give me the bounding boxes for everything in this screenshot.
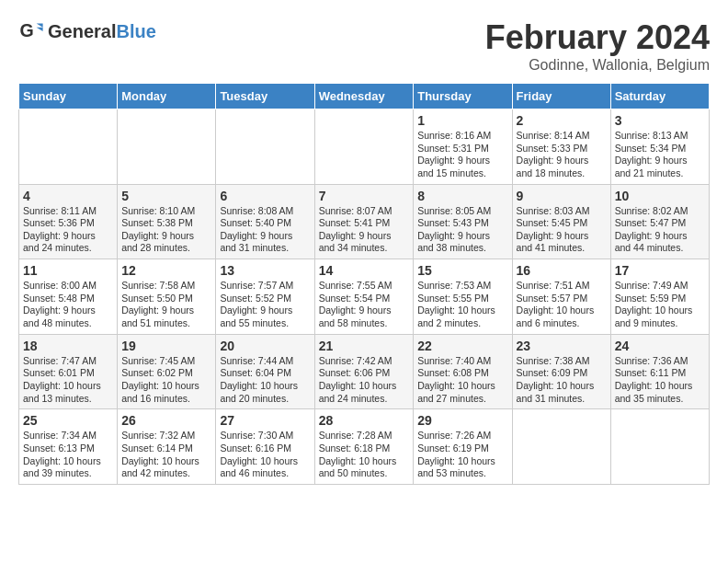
day-number: 19 (121, 339, 211, 353)
day-info: Sunrise: 8:13 AM (615, 130, 705, 143)
day-number: 10 (615, 189, 705, 203)
day-info: Daylight: 10 hours and 24 minutes. (319, 380, 410, 405)
day-info: Sunrise: 7:47 AM (23, 355, 113, 368)
day-info: Sunrise: 8:10 AM (121, 205, 211, 218)
day-info: Daylight: 10 hours and 20 minutes. (220, 380, 310, 405)
day-info: Daylight: 9 hours and 18 minutes. (517, 155, 607, 179)
day-info: Daylight: 9 hours and 34 minutes. (319, 230, 410, 255)
calendar-cell: 6Sunrise: 8:08 AMSunset: 5:40 PMDaylight… (216, 184, 314, 259)
calendar-cell (216, 109, 314, 185)
day-info: Sunset: 5:47 PM (615, 217, 705, 230)
day-info: Sunrise: 8:05 AM (417, 205, 507, 218)
calendar-cell: 26Sunrise: 7:32 AMSunset: 6:14 PMDayligh… (118, 409, 216, 485)
logo-blue: Blue (116, 21, 155, 41)
day-info: Sunset: 5:34 PM (615, 143, 705, 155)
calendar-header-row: SundayMondayTuesdayWednesdayThursdayFrid… (19, 84, 710, 109)
day-info: Daylight: 10 hours and 42 minutes. (121, 455, 211, 480)
calendar-cell: 28Sunrise: 7:28 AMSunset: 6:18 PMDayligh… (314, 409, 414, 485)
day-info: Daylight: 9 hours and 21 minutes. (615, 155, 705, 179)
title-area: February 2024 Godinne, Wallonia, Belgium (485, 18, 710, 74)
calendar-cell: 18Sunrise: 7:47 AMSunset: 6:01 PMDayligh… (19, 334, 118, 409)
day-info: Sunset: 5:55 PM (417, 293, 507, 305)
day-info: Sunset: 6:11 PM (615, 367, 705, 380)
day-info: Sunrise: 7:57 AM (220, 280, 310, 293)
header: G GeneralBlue February 2024 Godinne, Wal… (18, 18, 710, 74)
day-info: Sunset: 5:38 PM (121, 217, 211, 230)
calendar-table: SundayMondayTuesdayWednesdayThursdayFrid… (18, 83, 710, 485)
day-info: Sunrise: 7:26 AM (417, 430, 507, 442)
day-number: 15 (417, 263, 507, 278)
day-info: Daylight: 9 hours and 38 minutes. (417, 230, 507, 255)
day-info: Sunset: 5:43 PM (417, 217, 507, 230)
day-info: Sunset: 5:33 PM (517, 143, 607, 155)
day-header-thursday: Thursday (414, 84, 512, 109)
day-number: 2 (517, 113, 607, 128)
day-number: 27 (220, 413, 310, 428)
day-number: 29 (417, 413, 507, 428)
day-info: Sunset: 6:04 PM (220, 367, 310, 380)
svg-marker-2 (37, 28, 43, 31)
day-header-tuesday: Tuesday (216, 84, 314, 109)
day-info: Sunset: 5:50 PM (121, 293, 211, 305)
day-info: Sunset: 6:09 PM (517, 367, 607, 380)
day-number: 21 (319, 339, 410, 353)
day-info: Daylight: 10 hours and 6 minutes. (517, 304, 607, 329)
calendar-cell: 12Sunrise: 7:58 AMSunset: 5:50 PMDayligh… (118, 259, 216, 335)
day-info: Sunrise: 8:08 AM (220, 205, 310, 218)
day-info: Sunrise: 8:11 AM (23, 205, 113, 218)
calendar-cell: 17Sunrise: 7:49 AMSunset: 5:59 PMDayligh… (610, 259, 709, 335)
day-info: Sunrise: 8:14 AM (517, 130, 607, 143)
day-info: Sunset: 6:08 PM (417, 367, 507, 380)
calendar-cell: 13Sunrise: 7:57 AMSunset: 5:52 PMDayligh… (216, 259, 314, 335)
day-info: Sunrise: 7:51 AM (517, 280, 607, 293)
calendar-cell (610, 409, 709, 485)
calendar-cell: 11Sunrise: 8:00 AMSunset: 5:48 PMDayligh… (19, 259, 118, 335)
day-info: Sunset: 5:59 PM (615, 293, 705, 305)
day-info: Sunrise: 7:58 AM (121, 280, 211, 293)
day-info: Sunset: 5:45 PM (517, 217, 607, 230)
logo-icon: G (18, 18, 44, 44)
calendar-cell: 10Sunrise: 8:02 AMSunset: 5:47 PMDayligh… (610, 184, 709, 259)
day-info: Sunset: 6:14 PM (121, 442, 211, 455)
day-info: Sunrise: 7:42 AM (319, 355, 410, 368)
day-info: Sunrise: 7:36 AM (615, 355, 705, 368)
day-info: Daylight: 9 hours and 51 minutes. (121, 304, 211, 329)
calendar-cell (19, 109, 118, 185)
day-number: 23 (517, 339, 607, 353)
calendar-cell: 8Sunrise: 8:05 AMSunset: 5:43 PMDaylight… (414, 184, 512, 259)
day-info: Sunrise: 8:07 AM (319, 205, 410, 218)
calendar-cell (118, 109, 216, 185)
day-info: Daylight: 10 hours and 39 minutes. (23, 455, 113, 480)
day-info: Daylight: 9 hours and 28 minutes. (121, 230, 211, 255)
day-number: 9 (517, 189, 607, 203)
day-info: Sunset: 5:41 PM (319, 217, 410, 230)
day-info: Daylight: 10 hours and 2 minutes. (417, 304, 507, 329)
day-number: 13 (220, 263, 310, 278)
day-header-saturday: Saturday (610, 84, 709, 109)
day-info: Sunset: 5:40 PM (220, 217, 310, 230)
calendar-cell: 24Sunrise: 7:36 AMSunset: 6:11 PMDayligh… (610, 334, 709, 409)
day-info: Sunrise: 7:40 AM (417, 355, 507, 368)
day-info: Daylight: 10 hours and 13 minutes. (23, 380, 113, 405)
day-info: Sunrise: 7:53 AM (417, 280, 507, 293)
day-info: Sunrise: 7:55 AM (319, 280, 410, 293)
day-info: Sunset: 5:54 PM (319, 293, 410, 305)
day-info: Sunset: 5:57 PM (517, 293, 607, 305)
day-info: Sunrise: 7:38 AM (517, 355, 607, 368)
day-number: 6 (220, 189, 310, 203)
day-number: 26 (121, 413, 211, 428)
day-info: Daylight: 9 hours and 15 minutes. (417, 155, 507, 179)
day-info: Sunrise: 8:03 AM (517, 205, 607, 218)
logo-text: GeneralBlue (48, 21, 156, 41)
day-info: Sunrise: 7:28 AM (319, 430, 410, 442)
calendar-week-5: 25Sunrise: 7:34 AMSunset: 6:13 PMDayligh… (19, 409, 710, 485)
calendar-title: February 2024 (485, 18, 710, 57)
day-info: Daylight: 10 hours and 9 minutes. (615, 304, 705, 329)
day-info: Daylight: 10 hours and 50 minutes. (319, 455, 410, 480)
svg-text:G: G (19, 20, 33, 40)
calendar-cell: 19Sunrise: 7:45 AMSunset: 6:02 PMDayligh… (118, 334, 216, 409)
calendar-cell: 14Sunrise: 7:55 AMSunset: 5:54 PMDayligh… (314, 259, 414, 335)
calendar-cell: 9Sunrise: 8:03 AMSunset: 5:45 PMDaylight… (512, 184, 610, 259)
day-info: Sunrise: 7:44 AM (220, 355, 310, 368)
calendar-cell: 3Sunrise: 8:13 AMSunset: 5:34 PMDaylight… (610, 109, 709, 185)
